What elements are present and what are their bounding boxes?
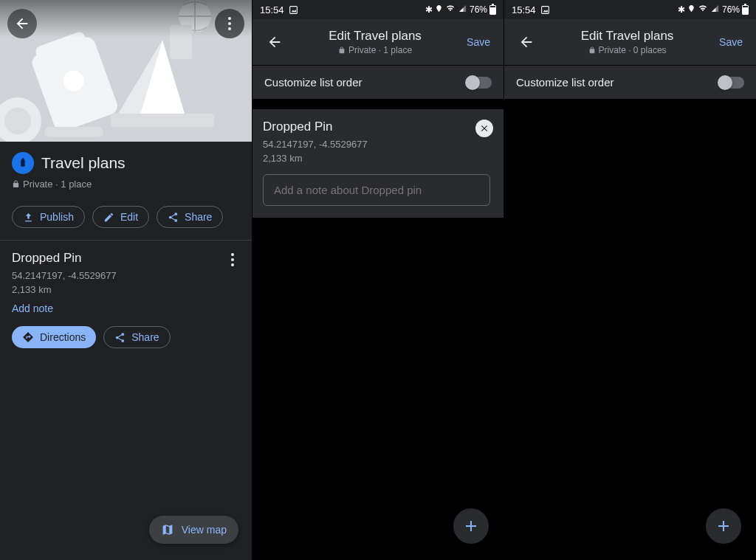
directions-button[interactable]: Directions — [12, 326, 96, 348]
back-button[interactable] — [513, 29, 540, 55]
svg-marker-23 — [292, 9, 297, 11]
share-button[interactable]: Share — [157, 206, 223, 228]
back-button[interactable] — [261, 29, 288, 55]
signal-icon — [710, 4, 720, 15]
list-subtitle: Private · 1 place — [12, 179, 240, 190]
share-icon — [168, 212, 179, 223]
battery-icon — [742, 5, 749, 15]
svg-rect-14 — [21, 159, 24, 166]
place-overflow-button[interactable] — [224, 251, 241, 269]
share-icon — [114, 332, 126, 343]
customize-toggle[interactable] — [467, 77, 492, 89]
status-bar: 15:54 ✱ 76% — [504, 0, 756, 19]
svg-marker-25 — [543, 9, 549, 11]
plus-icon — [462, 517, 480, 535]
battery-text: 76% — [722, 4, 740, 15]
customize-toggle[interactable] — [719, 77, 744, 89]
appbar-title: Edit Travel plans — [546, 29, 709, 44]
svg-point-19 — [122, 333, 125, 336]
battery-icon — [489, 5, 496, 15]
list-badge-icon — [12, 152, 34, 174]
add-note-link[interactable]: Add note — [12, 303, 240, 314]
image-icon — [289, 4, 299, 15]
app-bar: Edit Travel plans Private · 0 places Sav… — [504, 19, 756, 65]
status-time: 15:54 — [260, 4, 284, 15]
more-vert-icon — [228, 17, 231, 30]
svg-point-20 — [116, 336, 119, 339]
place-distance: 2,133 km — [263, 153, 493, 164]
place-distance: 2,133 km — [12, 284, 240, 295]
lock-icon — [12, 180, 20, 188]
place-name: Dropped Pin — [263, 120, 493, 134]
customize-order-row[interactable]: Customize list order — [504, 66, 756, 99]
place-coords: 54.2147197, -4.5529677 — [12, 270, 240, 281]
appbar-subtitle: Private · 0 places — [546, 45, 709, 55]
place-edit-card: Dropped Pin 54.2147197, -4.5529677 2,133… — [252, 109, 504, 218]
bluetooth-icon: ✱ — [425, 4, 433, 15]
lock-icon — [338, 46, 346, 54]
appbar-title: Edit Travel plans — [294, 29, 456, 44]
view-map-button[interactable]: View map — [149, 516, 238, 544]
wifi-icon — [445, 4, 456, 15]
customize-order-label: Customize list order — [516, 76, 614, 89]
svg-rect-15 — [22, 158, 24, 160]
place-share-button[interactable]: Share — [103, 326, 170, 348]
plus-icon — [715, 517, 732, 535]
place-actions: Directions Share — [0, 314, 252, 360]
svg-point-21 — [122, 339, 125, 342]
overflow-menu-button[interactable] — [215, 9, 244, 38]
status-time: 15:54 — [512, 4, 536, 15]
location-icon — [435, 4, 443, 15]
battery-text: 76% — [470, 4, 487, 15]
remove-place-button[interactable] — [475, 120, 493, 137]
bluetooth-icon: ✱ — [678, 4, 685, 15]
appbar-subtitle: Private · 1 place — [294, 45, 456, 55]
svg-point-16 — [174, 212, 177, 215]
place-coords: 54.2147197, -4.5529677 — [263, 139, 493, 150]
status-bar: 15:54 ✱ 76% — [252, 0, 504, 19]
close-icon — [479, 123, 489, 134]
svg-point-18 — [174, 219, 177, 222]
place-item[interactable]: Dropped Pin 54.2147197, -4.5529677 2,133… — [0, 241, 252, 314]
add-place-fab[interactable] — [453, 508, 489, 544]
location-icon — [687, 4, 695, 15]
svg-rect-24 — [542, 6, 549, 13]
list-title: Travel plans — [41, 154, 126, 172]
upload-icon — [23, 212, 34, 223]
signal-icon — [458, 4, 467, 15]
customize-order-row[interactable]: Customize list order — [252, 66, 504, 99]
image-icon — [540, 4, 551, 15]
arrow-left-icon — [267, 34, 283, 50]
list-header: Travel plans Private · 1 place — [0, 142, 252, 198]
svg-point-17 — [169, 215, 172, 218]
save-button[interactable]: Save — [715, 36, 747, 48]
panel-edit-1place: 15:54 ✱ 76% Edit Travel plans Private · … — [252, 0, 504, 560]
hero-image: 15:53 ✱ 76% — [0, 0, 252, 142]
pencil-icon — [103, 212, 114, 223]
note-input[interactable] — [263, 174, 490, 206]
more-vert-icon — [231, 253, 234, 266]
back-button[interactable] — [7, 9, 37, 38]
directions-icon — [22, 331, 34, 343]
publish-button[interactable]: Publish — [12, 206, 85, 228]
panel-list-view: 15:53 ✱ 76% Travel — [0, 0, 252, 560]
wifi-icon — [698, 4, 708, 15]
app-bar: Edit Travel plans Private · 1 place Save — [252, 19, 504, 65]
arrow-left-icon — [518, 34, 535, 50]
action-chips: Publish Edit Share — [0, 198, 252, 241]
add-place-fab[interactable] — [706, 508, 741, 544]
arrow-left-icon — [14, 15, 30, 32]
save-button[interactable]: Save — [462, 36, 495, 48]
panel-edit-0places: 15:54 ✱ 76% Edit Travel plans Private · … — [504, 0, 756, 560]
svg-rect-22 — [290, 6, 298, 13]
lock-icon — [588, 46, 596, 54]
map-icon — [161, 523, 174, 536]
place-name: Dropped Pin — [12, 251, 240, 266]
edit-button[interactable]: Edit — [92, 206, 149, 228]
customize-order-label: Customize list order — [264, 76, 362, 89]
